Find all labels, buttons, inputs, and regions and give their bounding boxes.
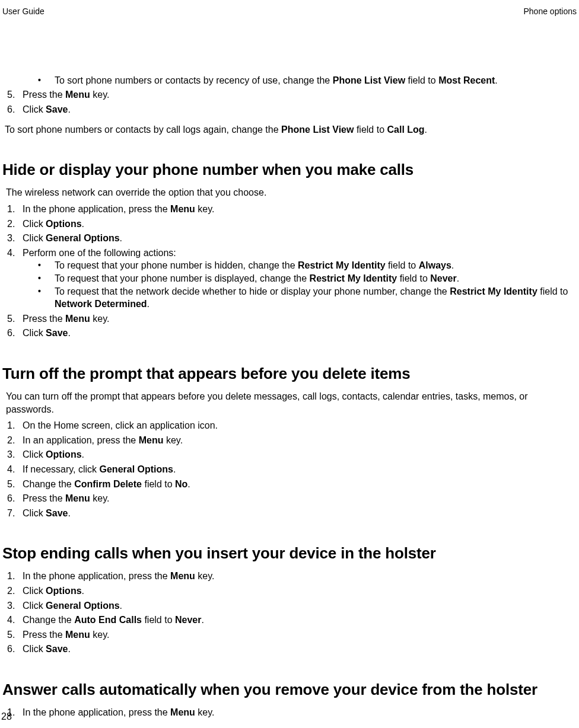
list-item: 4.If necessary, click General Options. <box>2 463 577 476</box>
bullet-item: • To request that your phone number is d… <box>38 272 577 285</box>
list-item: 1. In the phone application, press the M… <box>2 203 577 216</box>
list-item: 2. Click Options. <box>2 218 577 231</box>
bullet-text: To sort phone numbers or contacts by rec… <box>55 74 577 87</box>
section-heading-hide-number: Hide or display your phone number when y… <box>2 159 577 180</box>
header-right: Phone options <box>523 6 577 17</box>
list-item: 3. Click General Options. <box>2 232 577 245</box>
list-item: 5. Press the Menu key. <box>2 88 577 101</box>
list-item: 2.In an application, press the Menu key. <box>2 434 577 447</box>
bullet-marker: • <box>38 74 55 87</box>
list-text: Press the Menu key. <box>17 88 577 101</box>
list-item: 5.Press the Menu key. <box>2 628 577 641</box>
section-intro: The wireless network can override the op… <box>6 186 577 199</box>
page-number: 28 <box>1 710 12 723</box>
list-item: 6. Click Save. <box>2 103 577 116</box>
list-item: 3.Click Options. <box>2 448 577 461</box>
list-item: 6.Press the Menu key. <box>2 492 577 505</box>
list-number: 6. <box>2 103 17 116</box>
page-header: User Guide Phone options <box>0 6 579 17</box>
section-heading-delete-prompt: Turn off the prompt that appears before … <box>2 363 577 384</box>
list-number: 5. <box>2 88 17 101</box>
list-item: 1.In the phone application, press the Me… <box>2 706 577 719</box>
bullet-item: • To sort phone numbers or contacts by r… <box>38 74 577 87</box>
list-item: 4.Change the Auto End Calls field to Nev… <box>2 614 577 627</box>
list-item: 2.Click Options. <box>2 585 577 598</box>
list-item: 6. Click Save. <box>2 327 577 340</box>
page: User Guide Phone options • To sort phone… <box>0 0 579 728</box>
section-intro: You can turn off the prompt that appears… <box>6 390 577 416</box>
list-item: 3.Click General Options. <box>2 599 577 612</box>
list-item: 7.Click Save. <box>2 507 577 520</box>
paragraph: To sort phone numbers or contacts by cal… <box>5 123 577 136</box>
section-heading-auto-answer: Answer calls automatically when you remo… <box>2 679 577 700</box>
bullet-item: • To request that the network decide whe… <box>38 285 577 311</box>
list-text: Click Save. <box>17 103 577 116</box>
header-left: User Guide <box>2 6 44 17</box>
list-item: 5.Change the Confirm Delete field to No. <box>2 478 577 491</box>
list-item: 1.On the Home screen, click an applicati… <box>2 419 577 432</box>
list-item: 4. Perform one of the following actions: <box>2 247 577 260</box>
list-item: 5. Press the Menu key. <box>2 312 577 325</box>
list-item: 6.Click Save. <box>2 643 577 656</box>
section-heading-stop-end-calls: Stop ending calls when you insert your d… <box>2 543 577 564</box>
list-item: 1.In the phone application, press the Me… <box>2 570 577 583</box>
bullet-item: • To request that your phone number is h… <box>38 259 577 272</box>
page-content: • To sort phone numbers or contacts by r… <box>0 17 579 719</box>
